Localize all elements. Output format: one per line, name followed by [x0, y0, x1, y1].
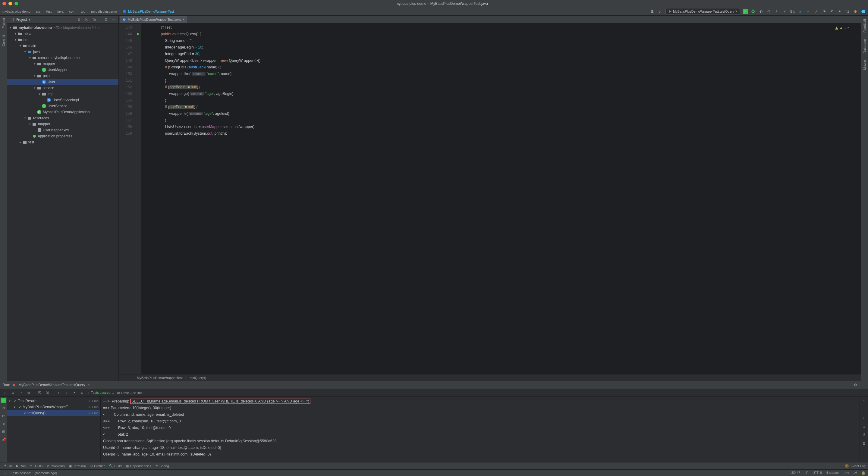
ide-gear-icon[interactable]	[861, 9, 866, 14]
event-log-button[interactable]: Event Log	[850, 464, 866, 468]
bottom-tab-profiler[interactable]: ◷Profiler	[90, 464, 104, 468]
sort-alpha-icon[interactable]: ↓²	[18, 390, 23, 395]
tree-item[interactable]: CUser	[7, 79, 119, 85]
tool-window-stripe-plantuml[interactable]: PlantUML	[863, 17, 867, 34]
tool-window-stripe-maven[interactable]: Maven	[863, 59, 867, 71]
tab-actions-icon[interactable]: ⋮	[854, 17, 858, 22]
next-test-icon[interactable]: ↓	[64, 390, 69, 395]
git-push-icon[interactable]: ↗	[814, 9, 818, 14]
inspection-widget[interactable]: 4 ⌄ ^ ⋮	[835, 25, 854, 31]
expand-test-icon[interactable]: ⇱	[37, 390, 42, 395]
soft-wrap-icon[interactable]: ⤶	[862, 415, 867, 420]
tree-item[interactable]: ▾resources	[7, 115, 119, 121]
scroll-to-end-icon[interactable]: ⤓	[862, 424, 867, 429]
run-button[interactable]	[743, 9, 748, 14]
status-widget[interactable]: LF	[804, 471, 808, 475]
tree-item[interactable]: ▾src	[7, 37, 119, 43]
status-widget[interactable]: 159:47	[790, 471, 801, 475]
bottom-tab-problems[interactable]: ⊘Problems	[47, 464, 64, 468]
tree-item[interactable]: ▾java	[7, 49, 119, 55]
profile-button[interactable]: ◷	[767, 9, 771, 14]
run-configuration-selector[interactable]: MyBatisPlusDemoWrapperTest.testQuery ▾	[665, 8, 740, 15]
stop-button[interactable]: ■	[782, 9, 787, 14]
git-update-icon[interactable]: ↙	[798, 9, 803, 14]
build-icon[interactable]: ↙	[658, 9, 662, 14]
git-rollback-icon[interactable]: ↶	[830, 9, 834, 14]
close-run-tab-icon[interactable]: ×	[88, 383, 90, 387]
tree-item[interactable]: ▾mapper	[7, 61, 119, 67]
tool-window-stripe-commit[interactable]: Commit	[2, 34, 5, 47]
clear-all-icon[interactable]: 🗑	[862, 441, 867, 446]
status-widget[interactable]: 4 spaces	[826, 471, 839, 475]
navigation-breadcrumb[interactable]: mybatis-plus-demo〉src〉test〉java〉com〉xiu〉…	[2, 9, 649, 13]
scroll-up-icon[interactable]: ↑	[862, 399, 867, 403]
expand-all-icon[interactable]: ⇱	[84, 17, 89, 22]
tree-item[interactable]: IUserMapper	[7, 67, 119, 73]
code-with-me-icon[interactable]	[650, 9, 655, 14]
tree-item[interactable]: ▾com.xiu.mybatisplusdemo	[7, 55, 119, 61]
project-tree[interactable]: ▾ mybatis-plus-demo ~/Desktop/developmen…	[7, 24, 119, 381]
collapse-test-icon[interactable]: ⇲	[45, 390, 50, 395]
status-widget[interactable]: UTF-8	[812, 471, 822, 475]
tree-item[interactable]: ▾.idea	[7, 31, 119, 37]
import-test-icon[interactable]: »	[80, 390, 84, 395]
close-tab-icon[interactable]: ×	[182, 18, 184, 22]
bottom-tab-build[interactable]: 🔨Build	[109, 464, 121, 468]
hide-run-icon[interactable]: —	[861, 383, 866, 387]
tree-item[interactable]: ▾service	[7, 85, 119, 91]
pin-test-button[interactable]: 📌	[1, 437, 6, 442]
debug-button[interactable]	[751, 9, 755, 14]
test-tree[interactable]: ▾✓Test Results381 ms▾✓MyBatisPlusDemoWra…	[7, 397, 101, 462]
attach-button[interactable]: ⋮	[774, 9, 779, 14]
test-tree-item[interactable]: ▾✓MyBatisPlusDemoWrapperT381 ms	[7, 404, 100, 410]
coverage-button[interactable]: ◐	[758, 9, 764, 14]
bottom-tab-todo[interactable]: ≡TODO	[30, 464, 42, 468]
print-icon[interactable]: ⎙	[862, 432, 867, 437]
layout-test-button[interactable]: ⊞	[1, 429, 6, 434]
sort-duration-icon[interactable]: ↓≡	[26, 390, 31, 395]
zoom-window-button[interactable]	[14, 2, 18, 5]
editor-tab[interactable]: C MyBatisPlusDemoWrapperTest.java ×	[120, 16, 187, 23]
tool-window-stripe-project[interactable]: Project	[2, 17, 5, 30]
editor-body[interactable]: 4 ⌄ ^ ⋮ 14314414514614714814915015115215…	[119, 24, 861, 374]
rerun-button[interactable]	[1, 398, 6, 403]
git-history-icon[interactable]: ◔	[822, 9, 827, 14]
gear-icon[interactable]: ⚙	[103, 17, 108, 22]
prev-test-icon[interactable]: ↑	[56, 390, 61, 395]
tree-item[interactable]: ▾impl	[7, 91, 119, 97]
git-commit-icon[interactable]: ✓	[806, 9, 811, 14]
console-output[interactable]: ==> Preparing: SELECT id,name,age,email,…	[101, 397, 860, 462]
toggle-ignored-icon[interactable]: ⊘	[10, 390, 15, 395]
tree-item[interactable]: ▾pojo	[7, 73, 119, 79]
tree-root[interactable]: ▾ mybatis-plus-demo ~/Desktop/developmen…	[7, 25, 119, 31]
code-content[interactable]: @Test public void testQuery() { String n…	[141, 24, 861, 374]
test-tree-item[interactable]: ▾✓Test Results381 ms	[7, 398, 100, 404]
run-gear-icon[interactable]: ⚙	[853, 383, 858, 387]
test-tree-item[interactable]: ✓testQuery()381 ms	[7, 410, 100, 416]
minimize-window-button[interactable]	[8, 2, 12, 5]
bottom-tab-dependencies[interactable]: ▦Dependencies	[126, 464, 151, 468]
ide-intentions-icon[interactable]: ⊕	[853, 9, 858, 14]
select-opened-file-icon[interactable]: ⊕	[76, 17, 82, 22]
bottom-tab-git[interactable]: ⎇Git	[2, 464, 12, 468]
tree-item[interactable]: CMybatisPlusDemoApplication	[7, 109, 119, 115]
test-history-icon[interactable]: ◔	[72, 390, 76, 395]
tree-item[interactable]: ▾mapper	[7, 121, 119, 127]
tree-item[interactable]: CUserServiceImpl	[7, 97, 119, 103]
toggle-pass-icon[interactable]: ✓	[2, 390, 7, 395]
tree-item[interactable]: UserMapper.xml	[7, 127, 119, 133]
search-icon[interactable]	[845, 9, 850, 14]
toggle-auto-button[interactable]: ⟳	[1, 414, 6, 418]
close-window-button[interactable]	[2, 2, 6, 5]
tree-item[interactable]: ▾main	[7, 43, 119, 49]
rerun-failed-button[interactable]: ↻	[1, 406, 6, 411]
git-branch-icon[interactable]: ⎇	[853, 471, 857, 475]
editor-bottom-breadcrumb[interactable]: MyBatisPlusDemoWrapperTest〉testQuery()	[119, 374, 861, 381]
tree-item[interactable]: IUserService	[7, 103, 119, 109]
tree-item[interactable]: application.properties	[7, 133, 119, 139]
lock-icon[interactable]: 🔒	[861, 471, 866, 475]
tree-item[interactable]: ▸test	[7, 139, 119, 145]
scroll-down-icon[interactable]: ↓	[862, 407, 867, 412]
status-tool-windows-icon[interactable]: ⊞	[2, 471, 7, 475]
bottom-tab-terminal[interactable]: ▣Terminal	[69, 464, 86, 468]
